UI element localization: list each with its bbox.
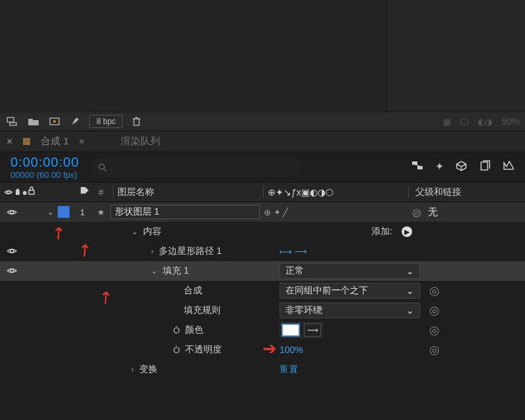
color-label: 颜色 <box>185 324 203 336</box>
parent-dropdown[interactable]: 无 <box>428 206 525 219</box>
eyedropper-icon[interactable]: ⟿ <box>304 324 321 337</box>
timeline-toolbar: 0:00:00:00 00000 (60.00 fps) ✦ <box>0 152 525 182</box>
svg-rect-7 <box>417 166 423 169</box>
stopwatch-icon[interactable]: Ò <box>173 345 180 355</box>
chevron-right-icon[interactable]: › <box>131 365 134 374</box>
tab-composition[interactable]: 合成 1 <box>41 135 69 148</box>
fill-rule-row: 填充规则 非零环绕 ⌄ ◎ <box>0 301 525 320</box>
timeline-column-headers: ● # 图层名称 ⊕✦↘ƒx▣◐◑⬡ 父级和链接 <box>0 182 525 202</box>
timeline-tabs: × 合成 1 ≡ 渲染队列 <box>0 131 525 152</box>
sparkle-icon[interactable]: ✦ <box>435 160 444 175</box>
trash-icon[interactable] <box>129 114 144 129</box>
star-icon: ★ <box>97 207 105 217</box>
add-content-button[interactable]: ▶ <box>402 226 412 237</box>
pickwhip-icon[interactable]: ◎ <box>429 284 440 298</box>
viewer-side-panel <box>387 0 525 112</box>
folder-icon[interactable] <box>26 114 41 129</box>
fill-group-row[interactable]: ⌄ 填充 1 正常 ⌄ <box>0 261 525 281</box>
preview-panel[interactable] <box>0 0 387 112</box>
tab-menu-icon[interactable]: ≡ <box>79 136 85 146</box>
eye-icon[interactable] <box>7 267 17 274</box>
layer-color-label[interactable] <box>58 206 70 218</box>
color-depth-chip[interactable]: 8 bpc <box>89 115 123 128</box>
polystar-path-row[interactable]: › 多边星形路径 1 ⟼ ⟶ <box>0 242 525 261</box>
pickwhip-icon[interactable]: ◎ <box>429 343 440 357</box>
timeline-tool-icons: ✦ <box>411 160 514 175</box>
eye-icon[interactable] <box>7 209 17 216</box>
eye-icon[interactable] <box>7 247 17 255</box>
chevron-down-icon: ⌄ <box>406 285 414 296</box>
brush-icon[interactable] <box>68 114 83 129</box>
stack-icon[interactable] <box>479 160 491 175</box>
display-icon[interactable]: 🖵 <box>460 117 469 127</box>
timeline-search-input[interactable] <box>91 159 301 176</box>
svg-point-11 <box>10 211 14 214</box>
layer-twirl-icon[interactable]: ⌄ <box>47 207 54 217</box>
current-time[interactable]: 0:00:00:00 <box>10 155 79 170</box>
chevron-down-icon[interactable]: ⌄ <box>131 227 138 236</box>
chevron-down-icon[interactable]: ⌄ <box>151 266 158 276</box>
visibility-column-header: ● <box>0 187 28 198</box>
chevron-right-icon[interactable]: › <box>151 247 154 256</box>
svg-point-9 <box>7 191 10 194</box>
composite-row: 合成 在同组中前一个之下 ⌄ ◎ <box>0 281 525 301</box>
close-tab-button[interactable]: × <box>7 136 12 148</box>
transform-group-row[interactable]: › 变换 重置 <box>0 360 525 379</box>
svg-point-13 <box>10 269 14 272</box>
svg-point-5 <box>99 164 104 169</box>
polystar-path-label: 多边星形路径 1 <box>159 245 222 257</box>
opacity-row: Ò 不透明度 100% ◎ <box>0 340 525 360</box>
composite-label: 合成 <box>184 285 202 297</box>
svg-rect-4 <box>134 119 139 125</box>
comp-color-chip <box>23 138 30 145</box>
pickwhip-icon[interactable]: ◎ <box>429 303 440 318</box>
mask-icon[interactable]: ◐◑ <box>478 117 492 127</box>
project-settings-icon[interactable] <box>47 114 62 129</box>
source-parent-icon[interactable] <box>411 160 423 175</box>
opacity-label: 不透明度 <box>185 344 222 356</box>
color-swatch[interactable] <box>282 324 300 337</box>
layer-name-field[interactable]: 形状图层 1 <box>110 205 260 219</box>
color-picker[interactable]: ⟿ <box>280 322 323 338</box>
grid-icon[interactable]: ▦ <box>443 117 451 127</box>
fill-rule-value: 非零环绕 <box>285 304 322 316</box>
index-column-header: # <box>98 187 113 198</box>
fill-label: 填充 1 <box>163 265 189 277</box>
label-column-header <box>80 186 98 198</box>
parent-column-header: 父级和链接 <box>409 186 525 198</box>
layer-name-column-header: 图层名称 <box>114 186 263 198</box>
transform-label: 变换 <box>139 364 158 375</box>
frame-rate-label: 00000 (60.00 fps) <box>10 170 79 180</box>
shape-layer-row[interactable]: ⌄ 1 ★ 形状图层 1 ⊕ ✦ ╱ ◎ 无 <box>0 202 525 222</box>
pickwhip-icon[interactable]: ◎ <box>412 206 421 219</box>
tab-render-queue[interactable]: 渲染队列 <box>121 135 160 148</box>
chevron-down-icon: ⌄ <box>406 266 414 276</box>
opacity-value[interactable]: 100% <box>280 345 303 355</box>
timecode-block[interactable]: 0:00:00:00 00000 (60.00 fps) <box>10 155 79 180</box>
composite-dropdown[interactable]: 在同组中前一个之下 ⌄ <box>280 283 420 299</box>
blend-mode-dropdown[interactable]: 正常 ⌄ <box>280 263 420 279</box>
fill-rule-label: 填充规则 <box>184 304 220 316</box>
transform-reset-link[interactable]: 重置 <box>280 364 299 375</box>
chevron-down-icon: ⌄ <box>406 305 414 316</box>
svg-rect-1 <box>10 123 16 125</box>
pickwhip-icon[interactable]: ◎ <box>429 323 440 337</box>
layer-switches[interactable]: ⊕ ✦ ╱ <box>260 207 404 217</box>
stopwatch-icon[interactable]: Ò <box>173 326 180 335</box>
composition-viewer <box>0 0 525 112</box>
fill-rule-dropdown[interactable]: 非零环绕 ⌄ <box>280 303 420 318</box>
motion-path-icons[interactable]: ⟼ ⟶ <box>280 247 307 257</box>
lock-column-header <box>28 186 43 198</box>
layer-index: 1 <box>80 207 94 217</box>
zoom-value[interactable]: 50% <box>501 116 520 127</box>
svg-rect-10 <box>29 190 34 194</box>
svg-point-12 <box>10 249 14 253</box>
viewer-right-controls: ▦ 🖵 ◐◑ 50% <box>443 116 520 127</box>
contents-group-row[interactable]: ⌄ 内容 添加: ▶ <box>0 222 525 242</box>
composite-value: 在同组中前一个之下 <box>285 285 368 297</box>
flowchart-icon[interactable] <box>5 114 20 129</box>
graph-icon[interactable] <box>503 160 514 175</box>
svg-rect-6 <box>412 161 417 165</box>
contents-label: 内容 <box>143 226 161 238</box>
cube-icon[interactable] <box>455 160 467 175</box>
